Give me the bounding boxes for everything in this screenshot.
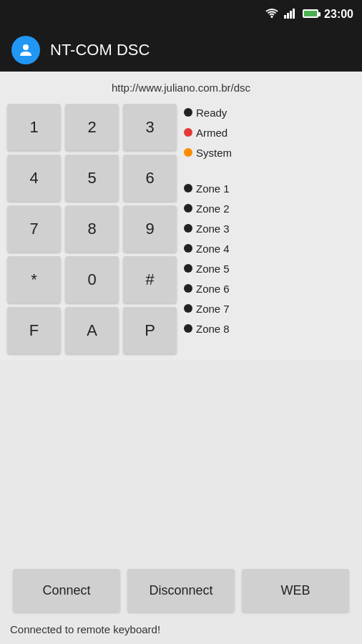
key-A-button[interactable]: A bbox=[65, 307, 119, 353]
status-dot-zone-6 bbox=[184, 284, 192, 293]
svg-rect-1 bbox=[284, 15, 286, 19]
wifi-icon bbox=[265, 9, 278, 21]
key-2-button[interactable]: 2 bbox=[65, 104, 119, 150]
key-F-button[interactable]: F bbox=[7, 307, 61, 353]
status-dot-zone-1 bbox=[184, 184, 192, 192]
status-item-zone-7: Zone 7 bbox=[184, 300, 277, 317]
key-0-button[interactable]: 0 bbox=[65, 256, 119, 303]
signal-icon bbox=[284, 9, 297, 21]
key-1-button[interactable]: 1 bbox=[7, 104, 61, 150]
status-text-bar: Connected to remote keyboard! bbox=[0, 619, 362, 644]
svg-rect-2 bbox=[287, 13, 289, 19]
key-3-button[interactable]: 3 bbox=[123, 104, 177, 150]
status-item-system: System bbox=[184, 144, 277, 161]
disconnect-button[interactable]: Disconnect bbox=[127, 569, 235, 612]
keypad: 123456789*0#FAP bbox=[7, 104, 177, 353]
key-P-button[interactable]: P bbox=[123, 307, 177, 353]
status-label-zone-1: Zone 1 bbox=[196, 182, 230, 195]
key-6-button[interactable]: 6 bbox=[123, 155, 177, 201]
status-label-armed: Armed bbox=[196, 127, 228, 139]
status-label-zone-3: Zone 3 bbox=[196, 223, 230, 235]
app-bar: NT-COM DSC bbox=[0, 29, 362, 72]
button-row: Connect Disconnect WEB bbox=[0, 559, 362, 619]
status-dot-armed bbox=[184, 128, 192, 137]
status-dot-zone-7 bbox=[184, 304, 192, 313]
svg-point-5 bbox=[23, 44, 29, 50]
key-8-button[interactable]: 8 bbox=[65, 205, 119, 252]
key-#-button[interactable]: # bbox=[123, 256, 177, 303]
status-dot-zone-8 bbox=[184, 324, 192, 333]
app-title: NT-COM DSC bbox=[50, 41, 150, 59]
status-label-ready: Ready bbox=[196, 107, 227, 119]
status-dot-zone-4 bbox=[184, 244, 192, 253]
status-dot-zone-2 bbox=[184, 204, 192, 213]
key-*-button[interactable]: * bbox=[7, 256, 61, 303]
time-display: 23:00 bbox=[324, 8, 353, 21]
status-item-armed: Armed bbox=[184, 124, 277, 141]
status-label-zone-8: Zone 8 bbox=[196, 323, 230, 335]
status-label-zone-4: Zone 4 bbox=[196, 243, 230, 255]
key-4-button[interactable]: 4 bbox=[7, 155, 61, 201]
key-7-button[interactable]: 7 bbox=[7, 205, 61, 252]
status-label-system: System bbox=[196, 147, 232, 159]
status-item-zone-6: Zone 6 bbox=[184, 280, 277, 297]
status-panel: ReadyArmedSystemZone 1Zone 2Zone 3Zone 4… bbox=[184, 104, 277, 337]
status-item-ready: Ready bbox=[184, 104, 277, 121]
web-button[interactable]: WEB bbox=[242, 569, 349, 612]
status-dot-ready bbox=[184, 108, 192, 117]
status-label-zone-6: Zone 6 bbox=[196, 283, 230, 295]
svg-rect-3 bbox=[290, 11, 292, 19]
battery-icon bbox=[303, 8, 318, 21]
key-9-button[interactable]: 9 bbox=[123, 205, 177, 252]
main-content: http://www.juliano.com.br/dsc 123456789*… bbox=[0, 72, 362, 361]
status-item-zone-5: Zone 5 bbox=[184, 260, 277, 277]
status-item-zone-8: Zone 8 bbox=[184, 320, 277, 337]
svg-point-0 bbox=[271, 16, 273, 18]
bottom-area: Connect Disconnect WEB Connected to remo… bbox=[0, 559, 362, 644]
status-item-zone-1: Zone 1 bbox=[184, 180, 277, 197]
status-item-zone-4: Zone 4 bbox=[184, 240, 277, 257]
app-icon bbox=[11, 36, 40, 64]
status-dot-zone-3 bbox=[184, 224, 192, 233]
key-5-button[interactable]: 5 bbox=[65, 155, 119, 201]
keypad-status-row: 123456789*0#FAP ReadyArmedSystemZone 1Zo… bbox=[7, 104, 355, 353]
svg-rect-4 bbox=[293, 9, 295, 19]
status-bar: 23:00 bbox=[0, 0, 362, 29]
status-dot-system bbox=[184, 148, 192, 157]
status-label-zone-7: Zone 7 bbox=[196, 303, 230, 315]
connect-button[interactable]: Connect bbox=[13, 569, 120, 612]
status-label-zone-2: Zone 2 bbox=[196, 203, 230, 215]
url-bar: http://www.juliano.com.br/dsc bbox=[7, 82, 355, 94]
status-dot-zone-5 bbox=[184, 264, 192, 273]
status-item-zone-3: Zone 3 bbox=[184, 220, 277, 237]
status-label-zone-5: Zone 5 bbox=[196, 263, 230, 275]
status-item-zone-2: Zone 2 bbox=[184, 200, 277, 217]
